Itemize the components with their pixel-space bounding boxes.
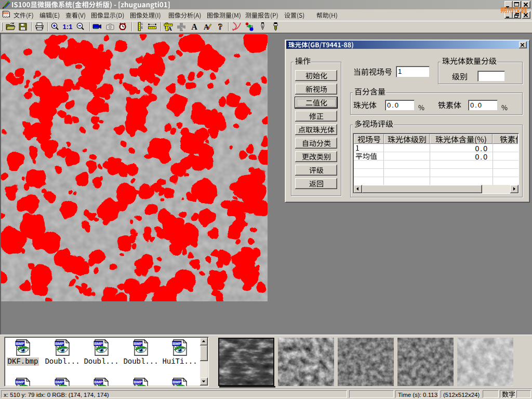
- svg-text:A: A: [168, 25, 172, 32]
- svg-text:C: C: [141, 22, 143, 25]
- svg-text:1:1: 1:1: [63, 23, 73, 31]
- svg-text:DOC: DOC: [3, 11, 9, 15]
- svg-text:3: 3: [251, 25, 253, 29]
- svg-text:?: ?: [218, 22, 223, 31]
- svg-text:E: E: [165, 26, 166, 29]
- svg-text:A: A: [191, 22, 197, 31]
- svg-text:1: 1: [246, 24, 248, 28]
- svg-text:E: E: [141, 26, 143, 29]
